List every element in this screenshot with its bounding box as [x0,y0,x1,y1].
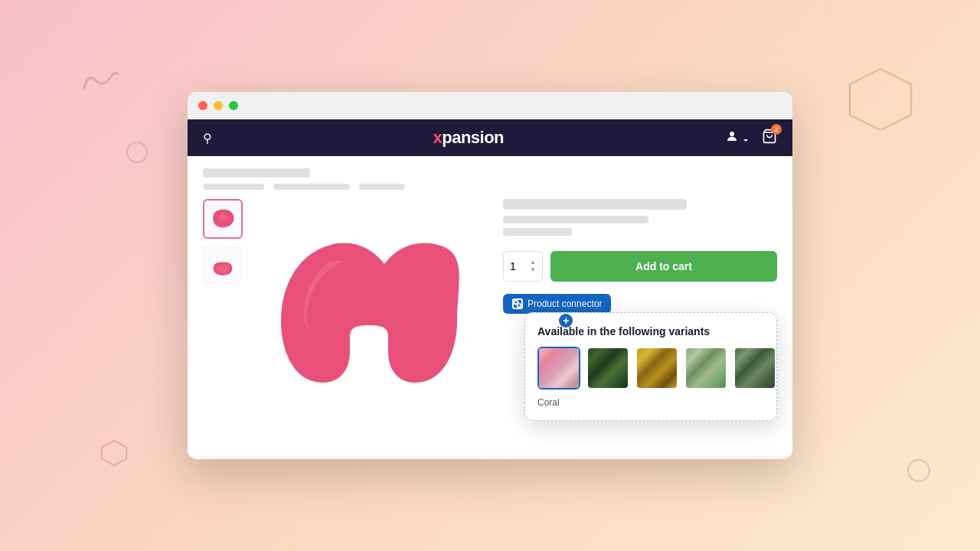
circle-decoration-right [907,459,930,482]
product-connector-label: Product connector [528,298,602,309]
variants-popup: Available in the following variants [524,312,777,421]
qty-up-arrow[interactable]: ▲ [530,259,536,266]
traffic-light-yellow[interactable] [214,101,223,110]
product-images [203,199,488,444]
cart-icon[interactable]: 2 [762,129,777,147]
variants-grid [537,347,764,390]
logo-text: pansion [442,128,504,148]
skeleton-breadcrumb-2 [273,184,350,190]
svg-rect-7 [518,304,521,307]
search-icon[interactable]: ⚲ [203,131,212,145]
add-to-cart-row: 1 ▲ ▼ Add to cart [503,251,777,282]
variant-swatch-forest [588,348,628,388]
account-icon[interactable] [725,129,750,146]
product-connector-button[interactable]: Product connector [503,294,611,314]
variant-item-coral[interactable] [537,347,580,390]
variant-item-jungle[interactable] [733,347,776,390]
selected-variant-label: Coral [537,397,764,408]
variants-popup-title: Available in the following variants [537,325,764,337]
svg-marker-1 [102,441,126,465]
thumbnail-list [203,199,243,444]
connector-icon [512,298,523,309]
skeleton-price [503,228,572,236]
title-bar [188,92,792,119]
product-svg [270,230,469,413]
skeleton-breadcrumb-3 [359,184,405,190]
svg-point-5 [216,264,229,273]
skeleton-breadcrumb-1 [203,184,264,190]
variant-swatch-coral [539,348,579,388]
traffic-light-green[interactable] [229,101,238,110]
variant-swatch-jungle [735,348,775,388]
svg-point-2 [730,132,734,136]
qty-down-arrow[interactable]: ▼ [530,266,536,274]
nav-right-icons: 2 [725,129,777,147]
variant-item-sage[interactable] [684,347,727,390]
squiggle-decoration [80,65,119,96]
variant-item-ochre[interactable] [635,347,678,390]
breadcrumb [203,168,777,190]
variant-item-forest[interactable] [586,347,629,390]
main-product-image [250,199,488,444]
skeleton-subtitle [503,216,648,223]
variant-swatch-ochre [637,348,677,388]
quantity-arrows[interactable]: ▲ ▼ [530,259,536,273]
cart-badge: 2 [771,124,782,135]
nav-bar: ⚲ xpansion 2 [188,119,792,156]
circle-decoration-left [126,142,148,163]
variant-swatch-sage [686,348,726,388]
logo-x: x [433,128,442,148]
skeleton-breadcrumb-main [203,168,310,178]
thumbnail-1[interactable] [203,199,243,239]
product-connector-wrapper: Product connector + [503,294,611,314]
svg-point-4 [218,214,227,221]
browser-window: ⚲ xpansion 2 [188,92,792,459]
svg-marker-0 [850,69,911,130]
hexagon-decoration-right [846,65,915,130]
quantity-value: 1 [510,260,516,272]
thumbnail-2[interactable] [203,245,243,285]
skeleton-title [503,199,687,210]
hexagon-decoration-left [100,438,129,467]
add-to-cart-button[interactable]: Add to cart [550,251,777,282]
traffic-light-red[interactable] [198,101,207,110]
quantity-input[interactable]: 1 ▲ ▼ [503,251,543,282]
site-logo: xpansion [433,128,504,148]
